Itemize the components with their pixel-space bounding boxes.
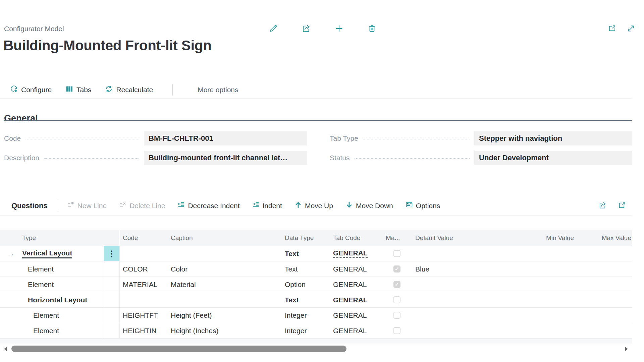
table-row[interactable]: Element HEIGHTFT Height (Feet) Integer G… xyxy=(0,308,632,323)
cell-max-value[interactable] xyxy=(575,323,632,338)
cell-type[interactable]: Element xyxy=(16,323,104,338)
general-section-header[interactable]: General xyxy=(4,113,38,124)
column-header-caption[interactable]: Caption xyxy=(168,230,283,246)
cell-default-value[interactable] xyxy=(413,246,476,261)
cell-code[interactable]: MATERIAL xyxy=(120,277,168,292)
cell-min-value[interactable] xyxy=(476,261,575,277)
mandatory-checkbox[interactable]: ✓ xyxy=(393,327,400,334)
cell-min-value[interactable] xyxy=(476,246,575,261)
cell-code[interactable] xyxy=(120,292,168,307)
tabs-button[interactable]: Tabs xyxy=(65,85,91,95)
delete-button[interactable] xyxy=(366,23,378,35)
scroll-left-arrow-icon[interactable] xyxy=(4,347,7,351)
cell-tab-code[interactable]: GENERAL xyxy=(332,308,381,323)
cell-tab-code[interactable]: GENERAL xyxy=(332,323,381,338)
cell-min-value[interactable] xyxy=(476,277,575,292)
cell-min-value[interactable] xyxy=(476,308,575,323)
cell-caption[interactable] xyxy=(168,292,283,307)
cell-min-value[interactable] xyxy=(476,292,575,307)
cell-tab-code[interactable]: GENERAL xyxy=(332,261,381,277)
column-header-tab-code[interactable]: Tab Code xyxy=(332,230,381,246)
cell-code[interactable]: HEIGHTFT xyxy=(120,308,168,323)
status-input[interactable]: Under Development xyxy=(474,151,632,165)
column-header-data-type[interactable]: Data Type xyxy=(283,230,332,246)
cell-caption[interactable]: Color xyxy=(168,261,283,277)
table-row[interactable]: → Vertical Layout ⋮ Text GENERAL ✓ xyxy=(0,246,632,261)
cell-data-type[interactable]: Text xyxy=(283,261,332,277)
more-options-button[interactable]: More options xyxy=(196,85,240,94)
cell-type[interactable]: Element xyxy=(16,261,104,277)
cell-caption[interactable]: Material xyxy=(168,277,283,292)
cell-max-value[interactable] xyxy=(575,292,632,307)
cell-type[interactable]: Element xyxy=(16,277,104,292)
share-icon xyxy=(598,201,607,210)
column-header-max-value[interactable]: Max Value xyxy=(575,230,632,246)
new-button[interactable] xyxy=(333,23,345,35)
scroll-right-arrow-icon[interactable] xyxy=(625,347,628,351)
cell-default-value[interactable]: Blue xyxy=(413,261,476,277)
row-menu-cell[interactable]: ⋮ xyxy=(104,246,120,261)
cell-caption[interactable] xyxy=(168,246,283,261)
column-header-code[interactable]: Code xyxy=(120,230,168,246)
scrollbar-thumb[interactable] xyxy=(11,346,346,352)
move-down-button[interactable]: Move Down xyxy=(345,201,393,210)
cell-data-type[interactable]: Option xyxy=(283,277,332,292)
delete-line-button[interactable]: Delete Line xyxy=(119,201,165,210)
table-row[interactable]: Element COLOR Color Text GENERAL ✓ Blue xyxy=(0,261,632,277)
cell-max-value[interactable] xyxy=(575,246,632,261)
configure-button[interactable]: Configure xyxy=(10,85,52,95)
expand-page-button[interactable] xyxy=(626,24,636,34)
cell-data-type[interactable]: Text xyxy=(283,292,332,307)
table-row[interactable]: Element MATERIAL Material Option GENERAL… xyxy=(0,277,632,292)
column-header-default-value[interactable]: Default Value xyxy=(413,230,476,246)
share-list-button[interactable] xyxy=(598,201,607,210)
cell-code[interactable] xyxy=(120,246,168,261)
cell-data-type[interactable]: Integer xyxy=(283,323,332,338)
cell-caption[interactable]: Height (Inches) xyxy=(168,323,283,338)
cell-default-value[interactable] xyxy=(413,323,476,338)
mandatory-checkbox[interactable]: ✓ xyxy=(393,281,400,288)
table-row[interactable]: Element HEIGHTIN Height (Inches) Integer… xyxy=(0,323,632,339)
cell-default-value[interactable] xyxy=(413,277,476,292)
open-in-new-window-button[interactable] xyxy=(607,24,617,34)
cell-type[interactable]: Element xyxy=(16,308,104,323)
column-header-min-value[interactable]: Min Value xyxy=(476,230,575,246)
cell-caption[interactable]: Height (Feet) xyxy=(168,308,283,323)
open-list-in-new-window-button[interactable] xyxy=(617,201,627,210)
cell-tab-code[interactable]: GENERAL xyxy=(332,246,381,261)
column-header-type[interactable]: Type xyxy=(16,230,104,246)
cell-type[interactable]: Horizontal Layout xyxy=(16,292,104,307)
arrow-up-icon xyxy=(294,201,302,210)
cell-tab-code[interactable]: GENERAL xyxy=(332,277,381,292)
description-input[interactable]: Building-mounted front-lit channel let… xyxy=(144,151,307,165)
cell-type[interactable]: Vertical Layout xyxy=(16,246,104,261)
cell-default-value[interactable] xyxy=(413,292,476,307)
share-button[interactable] xyxy=(301,23,312,35)
edit-button[interactable] xyxy=(268,23,279,35)
cell-max-value[interactable] xyxy=(575,277,632,292)
mandatory-checkbox[interactable]: ✓ xyxy=(393,265,400,273)
indent-button[interactable]: Indent xyxy=(252,201,282,210)
table-row[interactable]: Horizontal Layout Text GENERAL ✓ xyxy=(0,292,632,308)
mandatory-checkbox[interactable]: ✓ xyxy=(393,296,400,303)
decrease-indent-button[interactable]: Decrease Indent xyxy=(177,201,239,210)
cell-max-value[interactable] xyxy=(575,261,632,277)
tab-type-input[interactable]: Stepper with naviagtion xyxy=(474,131,632,145)
cell-min-value[interactable] xyxy=(476,323,575,338)
move-up-button[interactable]: Move Up xyxy=(294,201,333,210)
cell-max-value[interactable] xyxy=(575,308,632,323)
recalculate-button[interactable]: Recalculate xyxy=(105,85,153,95)
horizontal-scrollbar[interactable] xyxy=(0,344,632,355)
cell-code[interactable]: COLOR xyxy=(120,261,168,277)
mandatory-checkbox[interactable]: ✓ xyxy=(393,250,400,257)
cell-code[interactable]: HEIGHTIN xyxy=(120,323,168,338)
cell-default-value[interactable] xyxy=(413,308,476,323)
cell-data-type[interactable]: Text xyxy=(283,246,332,261)
code-input[interactable]: BM-FL-CHLTR-001 xyxy=(144,131,307,145)
mandatory-checkbox[interactable]: ✓ xyxy=(393,312,400,319)
column-header-mandatory[interactable]: Ma... xyxy=(381,230,413,246)
cell-tab-code[interactable]: GENERAL xyxy=(332,292,381,307)
cell-data-type[interactable]: Integer xyxy=(283,308,332,323)
options-button[interactable]: Options xyxy=(405,201,440,210)
new-line-button[interactable]: New Line xyxy=(67,201,107,210)
